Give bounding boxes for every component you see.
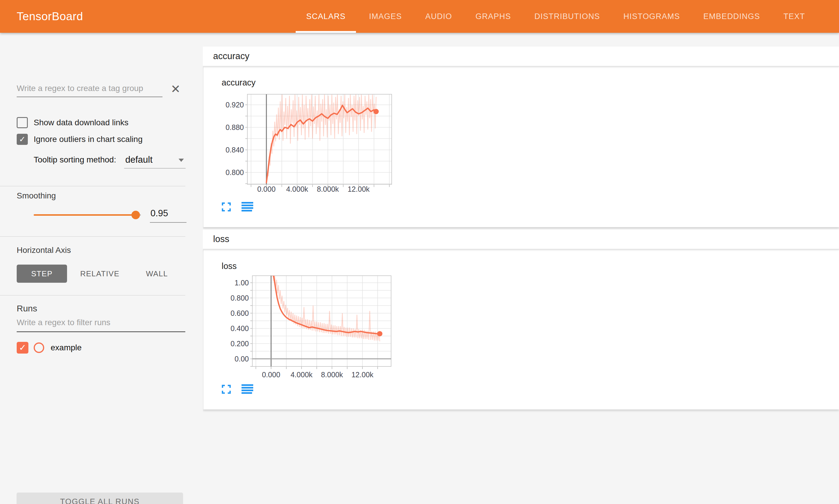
divider bbox=[0, 295, 185, 295]
tab-audio[interactable]: AUDIO bbox=[414, 0, 464, 33]
section-header-loss[interactable]: loss bbox=[203, 230, 839, 249]
smoothing-heading: Smoothing bbox=[17, 191, 56, 200]
app-title: TensorBoard bbox=[17, 10, 83, 23]
tag-filter-input[interactable] bbox=[17, 82, 162, 97]
app-bar: TensorBoard SCALARS IMAGES AUDIO GRAPHS … bbox=[0, 0, 839, 33]
axis-step-button[interactable]: STEP bbox=[17, 265, 67, 283]
runs-filter-field bbox=[17, 317, 185, 332]
run-item-example[interactable]: ✓ example bbox=[17, 342, 82, 354]
svg-text:12.00k: 12.00k bbox=[347, 185, 370, 193]
run-label: example bbox=[51, 343, 82, 353]
tab-histograms[interactable]: HISTOGRAMS bbox=[612, 0, 692, 33]
svg-text:0.000: 0.000 bbox=[257, 185, 276, 193]
horizontal-lines-icon[interactable] bbox=[242, 384, 253, 394]
tab-graphs[interactable]: GRAPHS bbox=[464, 0, 522, 33]
smoothing-slider-track[interactable] bbox=[34, 214, 136, 216]
svg-text:12.00k: 12.00k bbox=[351, 371, 374, 379]
chart-toolbar bbox=[221, 384, 253, 394]
settings-sidebar: ✕ ✓ Show data download links ✓ Ignore ou… bbox=[0, 33, 203, 504]
loss-chart-card: loss 1.000.8000.6000.4000.2000.000.0004.… bbox=[203, 250, 839, 410]
tab-images[interactable]: IMAGES bbox=[357, 0, 413, 33]
dropdown-value: default bbox=[125, 155, 153, 165]
tab-embeddings[interactable]: EMBEDDINGS bbox=[692, 0, 772, 33]
axis-relative-button[interactable]: RELATIVE bbox=[81, 265, 119, 283]
svg-text:8.000k: 8.000k bbox=[317, 185, 339, 193]
svg-text:0.800: 0.800 bbox=[226, 168, 244, 177]
svg-text:0.400: 0.400 bbox=[230, 324, 249, 332]
svg-text:0.600: 0.600 bbox=[230, 309, 249, 317]
close-icon[interactable]: ✕ bbox=[171, 83, 181, 95]
svg-text:0.880: 0.880 bbox=[226, 123, 244, 131]
checkbox-label: Show data download links bbox=[34, 118, 128, 127]
svg-text:0.800: 0.800 bbox=[230, 294, 249, 302]
divider bbox=[0, 186, 185, 186]
svg-text:0.920: 0.920 bbox=[226, 101, 244, 109]
tab-text[interactable]: TEXT bbox=[772, 0, 817, 33]
svg-text:1.00: 1.00 bbox=[234, 278, 249, 287]
chart-toolbar bbox=[221, 202, 253, 212]
checkbox-icon[interactable]: ✓ bbox=[17, 117, 28, 128]
show-download-links-checkbox[interactable]: ✓ Show data download links bbox=[17, 117, 128, 128]
svg-text:0.000: 0.000 bbox=[262, 371, 281, 379]
run-checkbox[interactable]: ✓ bbox=[17, 342, 29, 354]
smoothing-slider-handle[interactable] bbox=[131, 211, 140, 219]
smoothing-value-input[interactable] bbox=[150, 208, 186, 223]
chevron-down-icon bbox=[179, 159, 184, 162]
svg-text:0.200: 0.200 bbox=[230, 340, 249, 348]
tag-filter-field bbox=[17, 82, 162, 97]
tab-scalars[interactable]: SCALARS bbox=[294, 0, 357, 33]
fullscreen-icon[interactable] bbox=[221, 202, 231, 212]
check-icon: ✓ bbox=[19, 136, 26, 143]
runs-heading: Runs bbox=[17, 304, 37, 313]
section-title: accuracy bbox=[213, 51, 249, 61]
accuracy-chart-card: accuracy 0.9200.8800.8400.8000.0004.000k… bbox=[203, 67, 839, 227]
svg-text:8.000k: 8.000k bbox=[321, 371, 343, 379]
toggle-all-runs-button[interactable]: TOGGLE ALL RUNS bbox=[17, 492, 183, 504]
tooltip-sorting-row: Tooltip sorting method: default bbox=[34, 152, 186, 168]
svg-text:4.000k: 4.000k bbox=[286, 185, 308, 193]
divider bbox=[0, 236, 185, 237]
checkbox-icon[interactable]: ✓ bbox=[17, 134, 28, 145]
horizontal-axis-heading: Horizontal Axis bbox=[17, 246, 71, 255]
tensorboard-app: TensorBoard SCALARS IMAGES AUDIO GRAPHS … bbox=[0, 0, 839, 504]
ignore-outliers-checkbox[interactable]: ✓ Ignore outliers in chart scaling bbox=[17, 134, 143, 145]
svg-text:0.00: 0.00 bbox=[234, 355, 249, 363]
section-title: loss bbox=[213, 234, 229, 245]
svg-text:4.000k: 4.000k bbox=[290, 371, 313, 379]
checkbox-label: Ignore outliers in chart scaling bbox=[34, 134, 143, 144]
tab-distributions[interactable]: DISTRIBUTIONS bbox=[522, 0, 611, 33]
axis-wall-button[interactable]: WALL bbox=[146, 265, 168, 283]
svg-text:0.840: 0.840 bbox=[226, 146, 244, 154]
section-header-accuracy[interactable]: accuracy bbox=[203, 47, 839, 67]
top-tabs: SCALARS IMAGES AUDIO GRAPHS DISTRIBUTION… bbox=[294, 0, 817, 33]
horizontal-lines-icon[interactable] bbox=[242, 202, 253, 212]
run-color-swatch[interactable] bbox=[34, 342, 44, 353]
runs-filter-input[interactable] bbox=[17, 317, 185, 332]
tooltip-sorting-label: Tooltip sorting method: bbox=[34, 155, 116, 164]
check-icon: ✓ bbox=[19, 343, 26, 352]
tooltip-sorting-dropdown[interactable]: default bbox=[124, 152, 185, 168]
fullscreen-icon[interactable] bbox=[221, 384, 231, 394]
